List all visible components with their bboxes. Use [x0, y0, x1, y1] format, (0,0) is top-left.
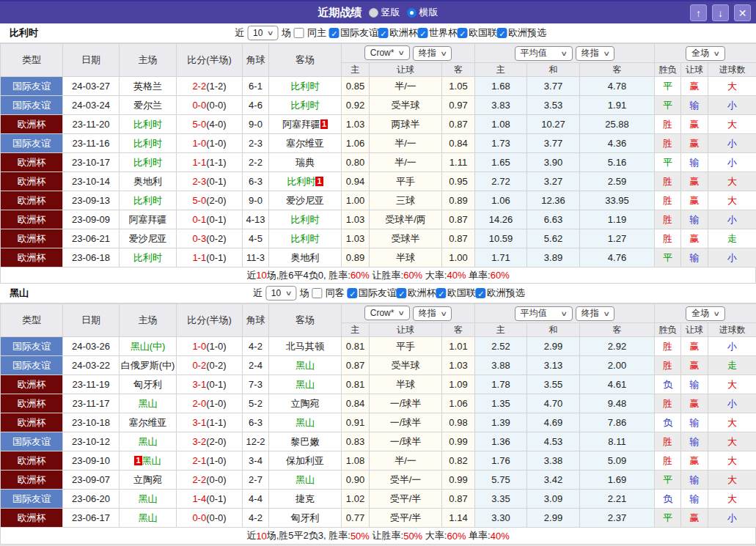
team-link: 黑山: [296, 417, 315, 428]
same-venue-checkbox[interactable]: [294, 28, 304, 38]
avg-home-odds: 1.68: [475, 77, 527, 96]
result-handicap: 输: [681, 248, 708, 268]
result-outcome: 平: [655, 471, 681, 490]
result-outcome: 胜: [655, 394, 681, 413]
league-filter[interactable]: ✓欧国联: [436, 287, 476, 300]
move-down-button[interactable]: ↓: [712, 4, 729, 21]
match-count-select[interactable]: 10∨: [247, 26, 279, 40]
team-link: 北马其顿: [286, 341, 324, 352]
avg-odds-stage-select[interactable]: 终指∨: [576, 46, 615, 61]
team-link: 黑山(中): [131, 341, 166, 352]
scope-select[interactable]: 全场∨: [686, 306, 725, 321]
league-filter[interactable]: ✓国际友谊: [329, 26, 378, 40]
away-team-cell: 比利时1: [269, 172, 342, 191]
handicap-line: 平手: [370, 172, 442, 191]
same-venue-label: 同客: [326, 287, 345, 300]
radio-vertical-label: 竖版: [381, 6, 400, 19]
avg-draw-odds: 3.27: [527, 172, 580, 191]
filter-bar: 近 10∨ 场 同主 ✓国际友谊✓欧洲杯✓世界杯✓欧国联✓欧洲预选: [235, 26, 546, 40]
avg-odds-stage-select[interactable]: 终指∨: [576, 306, 615, 321]
chevron-down-icon: ∨: [267, 29, 274, 37]
league-label: 欧国联: [469, 26, 497, 40]
league-filter[interactable]: ✓欧洲预选: [476, 287, 525, 300]
average-select[interactable]: 平均值 ∨: [515, 46, 573, 61]
match-date: 23-11-20: [63, 115, 120, 134]
checkbox-checked-icon[interactable]: ✓: [329, 28, 340, 38]
checkbox-checked-icon[interactable]: ✓: [458, 28, 468, 38]
league-filter[interactable]: ✓世界杯: [418, 26, 458, 40]
book-away-odds: 0.87: [442, 115, 475, 134]
checkbox-checked-icon[interactable]: ✓: [497, 28, 507, 38]
league-label: 国际友谊: [359, 287, 397, 300]
chevron-down-icon: ∨: [561, 50, 568, 57]
summary-part: 大率:: [422, 269, 447, 282]
result-handicap: 输: [681, 96, 708, 115]
avg-draw-odds: 4.70: [527, 394, 580, 413]
page-title: 近期战绩: [318, 6, 362, 20]
radio-unselected-icon[interactable]: [369, 8, 378, 18]
col-result-wdl: 胜负: [655, 63, 681, 77]
col-score: 比分(半场): [177, 44, 243, 77]
checkbox-checked-icon[interactable]: ✓: [476, 288, 486, 298]
result-text: 小: [727, 398, 737, 409]
result-text: 输: [690, 157, 700, 168]
checkbox-checked-icon[interactable]: ✓: [436, 288, 447, 298]
same-venue-checkbox[interactable]: [312, 288, 323, 298]
result-handicap: 赢: [681, 509, 708, 528]
col-book-handicap: 让球: [370, 63, 442, 77]
title-group: 近期战绩 竖版 横版: [318, 1, 438, 23]
match-count-select[interactable]: 10∨: [265, 286, 297, 300]
checkbox-checked-icon[interactable]: ✓: [348, 288, 358, 298]
close-button[interactable]: ✕: [734, 4, 751, 21]
book-odds-stage-select[interactable]: 终指∨: [413, 46, 452, 61]
league-filter[interactable]: ✓欧洲杯: [397, 287, 436, 300]
result-text: 胜: [663, 195, 672, 206]
league-filter[interactable]: ✓欧洲杯: [378, 26, 418, 40]
bookmaker-select[interactable]: Crow*∨: [364, 306, 410, 320]
checkbox-checked-icon[interactable]: ✓: [378, 28, 389, 38]
home-team-cell: 英格兰: [120, 77, 177, 96]
matches-body: 国际友谊24-03-26黑山(中)1-0(1-0)4-2北马其顿0.81平手1.…: [1, 337, 756, 528]
corner-score: 5-2: [243, 394, 269, 413]
match-date: 23-10-14: [63, 172, 120, 191]
book-away-odds: 0.87: [442, 229, 475, 248]
handicap-line: 受球半: [370, 229, 442, 248]
league-filter[interactable]: ✓国际友谊: [348, 287, 397, 300]
result-outcome: 胜: [655, 356, 681, 375]
league-filter[interactable]: ✓欧国联: [458, 26, 497, 40]
team-link: 比利时: [133, 119, 162, 130]
match-date: 23-11-17: [63, 394, 120, 413]
avg-away-odds: 4.36: [580, 134, 655, 153]
score-cell: 0-0(0-0): [177, 96, 243, 115]
col-result-handicap: 让球: [681, 63, 708, 77]
league-filter[interactable]: ✓欧洲预选: [497, 26, 546, 40]
scope-select[interactable]: 全场∨: [686, 46, 725, 61]
title-bar: 近期战绩 竖版 横版 ↑ ↓ ✕: [0, 0, 756, 23]
result-text: 小: [727, 341, 737, 352]
layout-radio-vertical[interactable]: 竖版: [369, 6, 400, 19]
home-team-cell: 爱尔兰: [120, 96, 177, 115]
score-cell: 1-4(0-1): [177, 490, 243, 509]
layout-radio-horizontal[interactable]: 横版: [407, 6, 438, 19]
match-row: 国际友谊23-10-12黑山3-2(2-0)12-2黎巴嫩0.83一/球半0.9…: [1, 432, 756, 451]
checkbox-checked-icon[interactable]: ✓: [397, 288, 407, 298]
chevron-down-icon: ∨: [713, 310, 721, 317]
score-cell: 0-3(0-2): [177, 229, 243, 248]
book-odds-stage-select[interactable]: 终指∨: [413, 306, 452, 321]
checkbox-checked-icon[interactable]: ✓: [418, 28, 428, 38]
handicap-line: 一/球半: [370, 413, 442, 432]
avg-away-odds: 2.21: [580, 490, 655, 509]
chevron-down-icon: ∨: [603, 50, 610, 57]
result-outcome: 平: [655, 96, 681, 115]
radio-selected-icon[interactable]: [407, 8, 416, 18]
result-handicap: 赢: [681, 394, 708, 413]
move-up-button[interactable]: ↑: [690, 4, 707, 21]
match-type-badge: 欧洲杯: [1, 471, 63, 490]
bookmaker-select[interactable]: Crow*∨: [364, 45, 410, 60]
average-select[interactable]: 平均值 ∨: [515, 306, 573, 321]
result-goals: 大: [708, 77, 756, 96]
result-goals: 小: [708, 210, 756, 229]
team-link: 捷克: [296, 493, 315, 504]
avg-home-odds: 2.72: [475, 172, 527, 191]
book-home-odds: 1.03: [342, 210, 370, 229]
